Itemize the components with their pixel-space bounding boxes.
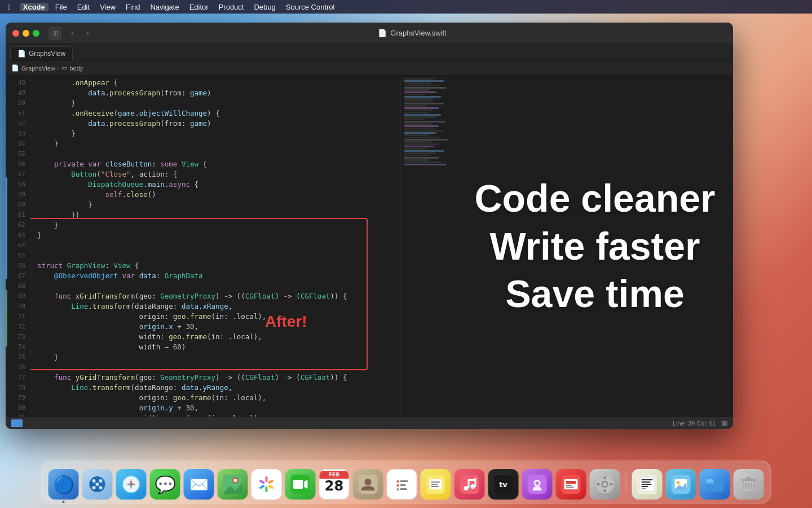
sidebar-toggle-icon[interactable]: ◫ — [50, 28, 61, 39]
dock-reminders[interactable] — [387, 469, 417, 500]
svg-point-33 — [397, 488, 399, 491]
code-content[interactable]: 4849505152 5354555657 5859606162 6364656… — [6, 76, 400, 417]
promo-line1: Code cleaner — [474, 177, 715, 220]
code-line-49: data.processGraph(from: game) — [37, 88, 400, 98]
promo-line3: Save time — [505, 273, 685, 315]
title-bar: ◫ ‹ › 📄 GraphsView.swift — [6, 23, 733, 44]
promo-line2: Write faster — [490, 225, 700, 268]
svg-rect-65 — [642, 479, 653, 480]
code-line-48: .onAppear { — [37, 78, 400, 88]
traffic-lights — [12, 30, 39, 37]
dock-podcasts[interactable] — [522, 469, 553, 500]
breadcrumb-file[interactable]: GraphsView — [21, 65, 55, 72]
dock-maps[interactable] — [218, 469, 248, 500]
svg-rect-61 — [597, 483, 600, 485]
menubar-editor[interactable]: Editor — [186, 3, 212, 11]
dock-messages[interactable]: 💬 — [150, 469, 180, 500]
svg-line-18 — [270, 481, 272, 483]
svg-point-29 — [397, 480, 399, 483]
svg-point-27 — [365, 479, 372, 485]
graphsview-tab[interactable]: 📄 GraphsView — [10, 46, 73, 60]
code-line-77: func yGridTransform(geo: GeometryProxy) … — [37, 373, 400, 383]
tabs-bar: 📄 GraphsView — [6, 44, 733, 61]
code-line-68 — [37, 281, 400, 291]
svg-rect-38 — [431, 484, 438, 485]
breadcrumb: 📄 GraphsView › ▭ body — [6, 61, 733, 76]
menubar-view[interactable]: View — [96, 3, 119, 11]
xcode-window: ◫ ‹ › 📄 GraphsView.swift 📄 GraphsView 📄 … — [6, 23, 733, 429]
code-line-63: } — [37, 230, 400, 240]
breadcrumb-icon2: ▭ — [61, 64, 67, 72]
code-editor[interactable]: .onAppear { data.processGraph(from: game… — [30, 76, 400, 417]
svg-rect-53 — [566, 481, 576, 484]
menubar-product[interactable]: Product — [215, 3, 248, 11]
dock-news[interactable] — [556, 469, 586, 500]
dock-calendar[interactable]: FEB 28 — [319, 469, 350, 500]
layout-icon[interactable]: ▦ — [722, 419, 727, 427]
svg-rect-54 — [566, 485, 572, 486]
apple-menu[interactable]:  — [5, 3, 14, 11]
code-line-64 — [37, 240, 400, 251]
menubar-find[interactable]: Find — [122, 3, 143, 11]
dock-trash[interactable] — [734, 469, 764, 500]
dock-music[interactable] — [454, 469, 485, 500]
svg-point-42 — [471, 484, 475, 489]
minimize-button[interactable] — [23, 30, 29, 37]
dock: 🔵 💬 ✉️ FEB 28 — [41, 461, 771, 503]
dock-photos[interactable] — [251, 469, 282, 500]
svg-point-1 — [92, 479, 96, 483]
title-center: 📄 GraphsView.swift — [98, 29, 726, 37]
svg-rect-62 — [610, 483, 613, 485]
code-line-79: origin: geo.frame(in: .local), — [37, 393, 400, 403]
dock-tv[interactable]: tv — [488, 469, 519, 500]
breadcrumb-body[interactable]: body — [69, 65, 83, 72]
menubar-xcode[interactable]: Xcode — [20, 3, 48, 11]
code-line-58: DispatchQueue.main.async { — [37, 179, 400, 190]
dock-notes[interactable] — [421, 469, 451, 500]
tab-file-icon: 📄 — [17, 50, 26, 58]
dock-safari[interactable] — [116, 469, 147, 500]
svg-rect-60 — [604, 489, 606, 492]
dock-textedit[interactable] — [632, 469, 663, 500]
close-button[interactable] — [12, 30, 19, 37]
dock-finder[interactable]: 🔵 — [48, 469, 79, 500]
menubar-edit[interactable]: Edit — [74, 3, 93, 11]
dock-systemprefs[interactable] — [590, 469, 620, 500]
back-button[interactable]: ‹ — [67, 28, 78, 39]
fullscreen-button[interactable] — [33, 30, 39, 37]
status-indicator — [11, 419, 23, 427]
svg-rect-52 — [564, 479, 578, 489]
menubar-navigate[interactable]: Navigate — [147, 3, 182, 11]
code-line-50: } — [37, 98, 400, 108]
dock-contacts[interactable] — [353, 469, 383, 500]
scroll-indicator-2 — [6, 290, 7, 347]
svg-point-3 — [92, 486, 96, 489]
menubar-source-control[interactable]: Source Control — [283, 3, 338, 11]
code-line-71: origin: geo.frame(in: .local), — [37, 312, 400, 322]
promo-panel: Code cleaner Write faster Save time — [457, 76, 733, 417]
breadcrumb-separator: › — [58, 65, 60, 72]
code-line-56: private var closeButton: some View { — [37, 159, 400, 169]
code-line-81: width: geo.frame(in: .local), — [37, 413, 400, 417]
menubar-file[interactable]: File — [52, 3, 70, 11]
forward-button[interactable]: › — [82, 28, 94, 39]
dock-preview[interactable] — [666, 469, 696, 500]
dock-launchpad[interactable] — [82, 469, 113, 500]
code-line-52: data.processGraph(from: game) — [37, 119, 400, 129]
svg-rect-37 — [431, 481, 440, 483]
minimap-content — [401, 76, 457, 168]
svg-rect-34 — [400, 488, 407, 490]
code-line-80: origin.y + 30, — [37, 403, 400, 413]
menubar-debug[interactable]: Debug — [250, 3, 279, 11]
svg-point-50 — [536, 481, 539, 485]
svg-rect-32 — [400, 484, 406, 486]
file-icon: 📄 — [378, 29, 387, 37]
code-line-60: } — [37, 200, 400, 210]
dock-files[interactable] — [700, 469, 730, 500]
svg-rect-59 — [604, 476, 606, 479]
dock-facetime[interactable] — [285, 469, 316, 500]
dock-mail[interactable]: ✉️ — [184, 469, 214, 500]
view-toggle[interactable]: ◫ — [48, 27, 62, 40]
svg-rect-24 — [293, 480, 303, 489]
svg-line-21 — [261, 486, 263, 488]
